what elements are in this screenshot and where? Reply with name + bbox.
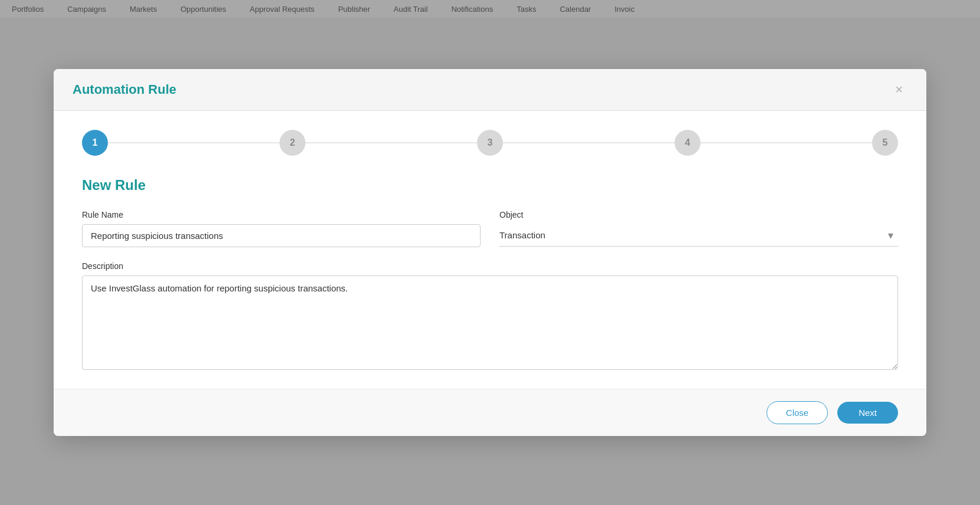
modal-overlay: Automation Rule × 1 2 3 4 5 New Rule	[0, 0, 980, 505]
step-1[interactable]: 1	[82, 130, 108, 156]
automation-rule-modal: Automation Rule × 1 2 3 4 5 New Rule	[54, 69, 926, 436]
rule-name-group: Rule Name	[82, 210, 481, 247]
stepper-steps: 1 2 3 4 5	[82, 130, 898, 156]
stepper: 1 2 3 4 5	[82, 130, 898, 156]
close-x-button[interactable]: ×	[890, 81, 907, 99]
object-select[interactable]: Transaction Contact Account Portfolio	[499, 224, 898, 247]
modal-body: 1 2 3 4 5 New Rule Rule Name Object	[54, 111, 926, 389]
step-5[interactable]: 5	[872, 130, 898, 156]
next-button[interactable]: Next	[837, 402, 898, 424]
description-textarea[interactable]: Use InvestGlass automation for reporting…	[82, 276, 898, 370]
object-group: Object Transaction Contact Account Portf…	[499, 210, 898, 247]
modal-title: Automation Rule	[73, 82, 176, 97]
rule-name-input[interactable]	[82, 224, 481, 247]
form-row-1: Rule Name Object Transaction Contact Acc…	[82, 210, 898, 247]
step-2[interactable]: 2	[279, 130, 305, 156]
object-select-wrapper: Transaction Contact Account Portfolio ▾	[499, 224, 898, 247]
object-label: Object	[499, 210, 898, 219]
rule-name-label: Rule Name	[82, 210, 481, 219]
step-4[interactable]: 4	[675, 130, 701, 156]
section-title: New Rule	[82, 177, 898, 194]
step-3[interactable]: 3	[477, 130, 503, 156]
description-label: Description	[82, 261, 898, 271]
modal-footer: Close Next	[54, 389, 926, 436]
close-button[interactable]: Close	[767, 401, 828, 424]
modal-header: Automation Rule ×	[54, 69, 926, 111]
description-group: Description Use InvestGlass automation f…	[82, 261, 898, 370]
